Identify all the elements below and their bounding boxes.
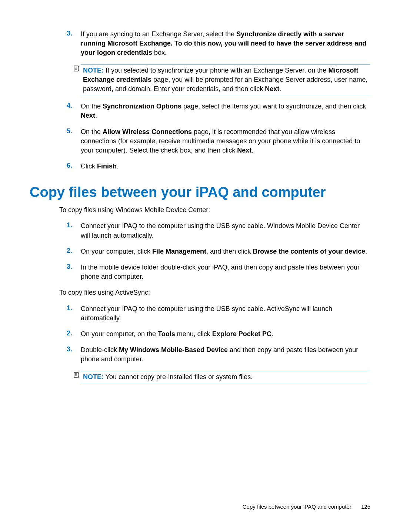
list-text: In the mobile device folder double-click… (81, 263, 370, 281)
note-body: NOTE: If you selected to synchronize you… (81, 64, 370, 96)
list-number: 2. (67, 247, 81, 256)
section-heading: Copy files between your iPAQ and compute… (30, 184, 370, 200)
intro-text-1: To copy files using Windows Mobile Devic… (59, 205, 370, 215)
intro-text-2: To copy files using ActiveSync: (59, 288, 370, 297)
list-number: 3. (67, 263, 81, 281)
step-b-1: 1. Connect your iPAQ to the computer usi… (67, 221, 370, 240)
list-number: 2. (67, 329, 81, 339)
step-a-6: 6. Click Finish. (67, 162, 370, 171)
list-text: On the Allow Wireless Connections page, … (81, 127, 370, 155)
note-a-3: NOTE: If you selected to synchronize you… (73, 64, 370, 96)
step-b-3: 3. In the mobile device folder double-cl… (67, 263, 370, 281)
list-number: 4. (67, 102, 81, 120)
step-a-5: 5. On the Allow Wireless Connections pag… (67, 127, 370, 155)
page-footer: Copy files between your iPAQ and compute… (243, 503, 370, 510)
list-text: On the Synchronization Options page, sel… (81, 102, 370, 120)
list-text: If you are syncing to an Exchange Server… (81, 30, 370, 58)
note-icon (73, 64, 81, 96)
note-body: NOTE: You cannot copy pre-installed file… (81, 371, 370, 383)
list-number: 3. (67, 30, 81, 58)
step-a-4: 4. On the Synchronization Options page, … (67, 102, 370, 120)
step-c-3: 3. Double-click My Windows Mobile-Based … (67, 345, 370, 364)
list-text: On your computer, on the Tools menu, cli… (81, 329, 273, 339)
list-number: 5. (67, 127, 81, 155)
list-number: 3. (67, 345, 81, 364)
list-text: Click Finish. (81, 162, 119, 171)
step-b-2: 2. On your computer, click File Manageme… (67, 247, 370, 256)
list-number: 1. (67, 304, 81, 323)
svg-rect-0 (74, 66, 78, 71)
note-c: NOTE: You cannot copy pre-installed file… (73, 371, 370, 383)
list-number: 1. (67, 221, 81, 240)
step-c-1: 1. Connect your iPAQ to the computer usi… (67, 304, 370, 323)
step-c-2: 2. On your computer, on the Tools menu, … (67, 329, 370, 339)
page-number: 125 (361, 503, 370, 510)
step-a-3: 3. If you are syncing to an Exchange Ser… (67, 30, 370, 58)
note-icon (73, 371, 81, 383)
list-text: Double-click My Windows Mobile-Based Dev… (81, 345, 370, 364)
list-number: 6. (67, 162, 81, 171)
list-text: Connect your iPAQ to the computer using … (81, 304, 370, 323)
footer-text: Copy files between your iPAQ and compute… (243, 503, 351, 510)
svg-rect-1 (74, 372, 78, 378)
list-text: Connect your iPAQ to the computer using … (81, 221, 370, 240)
list-text: On your computer, click File Management,… (81, 247, 367, 256)
